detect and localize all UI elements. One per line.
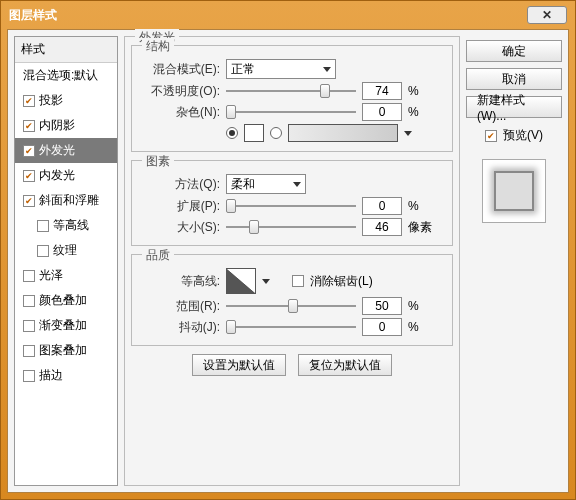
pct-unit: % bbox=[408, 199, 432, 213]
styles-sidebar: 样式 混合选项:默认 ✔投影✔内阴影✔外发光✔内发光✔斜面和浮雕等高线纹理光泽颜… bbox=[14, 36, 118, 486]
technique-value: 柔和 bbox=[231, 176, 255, 193]
cancel-button[interactable]: 取消 bbox=[466, 68, 562, 90]
blend-mode-label: 混合模式(E): bbox=[142, 61, 220, 78]
style-checkbox[interactable]: ✔ bbox=[23, 170, 35, 182]
style-checkbox[interactable] bbox=[23, 345, 35, 357]
close-button[interactable]: ✕ bbox=[527, 6, 567, 24]
spread-label: 扩展(P): bbox=[142, 198, 220, 215]
pct-unit: % bbox=[408, 299, 432, 313]
style-checkbox[interactable]: ✔ bbox=[23, 95, 35, 107]
close-icon: ✕ bbox=[542, 8, 552, 22]
style-checkbox[interactable] bbox=[23, 320, 35, 332]
group-quality-title: 品质 bbox=[142, 247, 174, 264]
sidebar-item-label: 投影 bbox=[39, 92, 63, 109]
gradient-picker[interactable] bbox=[288, 124, 398, 142]
sidebar-item-label: 颜色叠加 bbox=[39, 292, 87, 309]
ok-button[interactable]: 确定 bbox=[466, 40, 562, 62]
sidebar-item-7[interactable]: 光泽 bbox=[15, 263, 117, 288]
sidebar-item-2[interactable]: ✔外发光 bbox=[15, 138, 117, 163]
size-slider[interactable] bbox=[226, 219, 356, 235]
new-style-button[interactable]: 新建样式(W)... bbox=[466, 96, 562, 118]
noise-value[interactable]: 0 bbox=[362, 103, 402, 121]
set-default-button[interactable]: 设置为默认值 bbox=[192, 354, 286, 376]
sidebar-item-1[interactable]: ✔内阴影 bbox=[15, 113, 117, 138]
sidebar-item-0[interactable]: ✔投影 bbox=[15, 88, 117, 113]
preview-checkbox[interactable]: ✔ bbox=[485, 130, 497, 142]
pct-unit: % bbox=[408, 320, 432, 334]
chevron-down-icon[interactable] bbox=[262, 279, 270, 284]
preview-thumbnail bbox=[482, 159, 546, 223]
sidebar-item-10[interactable]: 图案叠加 bbox=[15, 338, 117, 363]
spread-slider[interactable] bbox=[226, 198, 356, 214]
sidebar-item-6[interactable]: 纹理 bbox=[15, 238, 117, 263]
sidebar-item-label: 斜面和浮雕 bbox=[39, 192, 99, 209]
opacity-label: 不透明度(O): bbox=[142, 83, 220, 100]
opacity-slider[interactable] bbox=[226, 83, 356, 99]
preview-label: 预览(V) bbox=[503, 127, 543, 144]
size-value[interactable]: 46 bbox=[362, 218, 402, 236]
sidebar-item-8[interactable]: 颜色叠加 bbox=[15, 288, 117, 313]
reset-default-button[interactable]: 复位为默认值 bbox=[298, 354, 392, 376]
window-title: 图层样式 bbox=[9, 7, 57, 24]
pct-unit: % bbox=[408, 84, 432, 98]
range-slider[interactable] bbox=[226, 298, 356, 314]
sidebar-item-label: 内发光 bbox=[39, 167, 75, 184]
style-checkbox[interactable] bbox=[23, 295, 35, 307]
pct-unit: % bbox=[408, 105, 432, 119]
jitter-value[interactable]: 0 bbox=[362, 318, 402, 336]
noise-label: 杂色(N): bbox=[142, 104, 220, 121]
chevron-down-icon bbox=[323, 67, 331, 72]
sidebar-item-label: 内阴影 bbox=[39, 117, 75, 134]
style-checkbox[interactable]: ✔ bbox=[23, 145, 35, 157]
sidebar-item-label: 纹理 bbox=[53, 242, 77, 259]
group-elements: 图素 方法(Q): 柔和 扩展(P): 0 % bbox=[131, 160, 453, 246]
right-column: 确定 取消 新建样式(W)... ✔ 预览(V) bbox=[466, 36, 562, 486]
color-swatch[interactable] bbox=[244, 124, 264, 142]
style-checkbox[interactable] bbox=[23, 370, 35, 382]
contour-label: 等高线: bbox=[142, 273, 220, 290]
sidebar-item-5[interactable]: 等高线 bbox=[15, 213, 117, 238]
titlebar: 图层样式 ✕ bbox=[1, 1, 575, 29]
sidebar-item-4[interactable]: ✔斜面和浮雕 bbox=[15, 188, 117, 213]
technique-label: 方法(Q): bbox=[142, 176, 220, 193]
sidebar-item-label: 光泽 bbox=[39, 267, 63, 284]
range-value[interactable]: 50 bbox=[362, 297, 402, 315]
noise-slider[interactable] bbox=[226, 104, 356, 120]
px-unit: 像素 bbox=[408, 219, 432, 236]
style-checkbox[interactable]: ✔ bbox=[23, 120, 35, 132]
sidebar-item-3[interactable]: ✔内发光 bbox=[15, 163, 117, 188]
range-label: 范围(R): bbox=[142, 298, 220, 315]
sidebar-item-11[interactable]: 描边 bbox=[15, 363, 117, 388]
style-checkbox[interactable] bbox=[37, 245, 49, 257]
contour-picker[interactable] bbox=[226, 268, 256, 294]
antialias-label: 消除锯齿(L) bbox=[310, 273, 373, 290]
blend-options-row[interactable]: 混合选项:默认 bbox=[15, 63, 117, 88]
chevron-down-icon bbox=[293, 182, 301, 187]
opacity-value[interactable]: 74 bbox=[362, 82, 402, 100]
jitter-slider[interactable] bbox=[226, 319, 356, 335]
size-label: 大小(S): bbox=[142, 219, 220, 236]
technique-select[interactable]: 柔和 bbox=[226, 174, 306, 194]
sidebar-item-label: 外发光 bbox=[39, 142, 75, 159]
group-elements-title: 图素 bbox=[142, 153, 174, 170]
color-gradient-radio[interactable] bbox=[270, 127, 282, 139]
sidebar-item-label: 图案叠加 bbox=[39, 342, 87, 359]
jitter-label: 抖动(J): bbox=[142, 319, 220, 336]
chevron-down-icon[interactable] bbox=[404, 131, 412, 136]
style-checkbox[interactable] bbox=[23, 270, 35, 282]
sidebar-item-label: 描边 bbox=[39, 367, 63, 384]
style-checkbox[interactable] bbox=[37, 220, 49, 232]
client-area: 样式 混合选项:默认 ✔投影✔内阴影✔外发光✔内发光✔斜面和浮雕等高线纹理光泽颜… bbox=[7, 29, 569, 493]
sidebar-header: 样式 bbox=[15, 37, 117, 63]
blend-mode-value: 正常 bbox=[231, 61, 255, 78]
dialog-window: 图层样式 ✕ 样式 混合选项:默认 ✔投影✔内阴影✔外发光✔内发光✔斜面和浮雕等… bbox=[0, 0, 576, 500]
sidebar-item-9[interactable]: 渐变叠加 bbox=[15, 313, 117, 338]
antialias-checkbox[interactable] bbox=[292, 275, 304, 287]
sidebar-item-label: 渐变叠加 bbox=[39, 317, 87, 334]
group-quality: 品质 等高线: 消除锯齿(L) 范围(R): 50 % bbox=[131, 254, 453, 346]
spread-value[interactable]: 0 bbox=[362, 197, 402, 215]
color-solid-radio[interactable] bbox=[226, 127, 238, 139]
style-checkbox[interactable]: ✔ bbox=[23, 195, 35, 207]
blend-mode-select[interactable]: 正常 bbox=[226, 59, 336, 79]
blend-options-label: 混合选项:默认 bbox=[23, 67, 98, 84]
